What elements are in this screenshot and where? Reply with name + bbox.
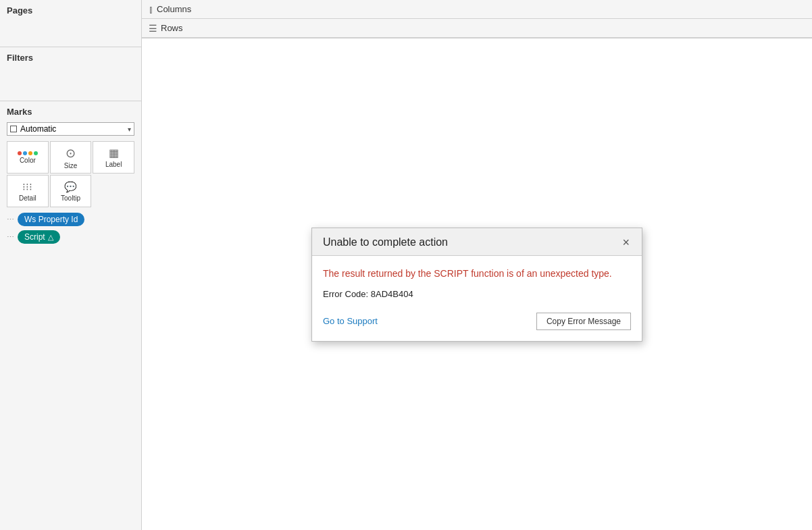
dialog-actions: Go to Support Copy Error Message — [323, 310, 631, 330]
row-dots-icon-2: ⋯ — [7, 233, 14, 242]
marks-label: Marks — [7, 107, 134, 117]
marks-row-script: ⋯ Script △ — [7, 230, 134, 244]
sidebar: Pages Filters Marks Automatic ▾ Color ⊙ — [0, 0, 142, 530]
ws-property-id-label: Ws Property Id — [24, 215, 78, 224]
marks-row-ws-property-id: ⋯ Ws Property Id — [7, 213, 134, 226]
size-button-label: Size — [64, 162, 77, 169]
dialog-title: Unable to complete action — [323, 236, 448, 248]
columns-label: Columns — [157, 4, 191, 14]
dialog-header: Unable to complete action × — [312, 228, 642, 256]
filters-section: Filters — [0, 47, 141, 101]
marks-type-label: Automatic — [20, 124, 56, 134]
script-pill[interactable]: Script △ — [18, 230, 60, 244]
marks-type-arrow-icon: ▾ — [128, 126, 131, 133]
ws-property-id-pill[interactable]: Ws Property Id — [18, 213, 84, 226]
columns-shelf-row: ⫿ Columns — [142, 0, 812, 19]
dialog-close-button[interactable]: × — [621, 236, 631, 248]
size-icon: ⊙ — [66, 146, 76, 161]
marks-grid: Color ⊙ Size ▦ Label ⁝⁝⁝ Detail 💬 Toolti… — [7, 141, 134, 207]
dot-blue — [23, 151, 27, 155]
tooltip-icon: 💬 — [64, 181, 77, 193]
columns-shelf-label: ⫿ Columns — [142, 3, 243, 16]
marks-color-button[interactable]: Color — [7, 141, 49, 174]
script-label: Script — [24, 232, 45, 242]
detail-button-label: Detail — [19, 194, 36, 202]
dialog-error-text: The result returned by the SCRIPT functi… — [323, 267, 631, 281]
row-dots-icon-1: ⋯ — [7, 215, 14, 224]
shelf-area: ⫿ Columns ☰ Rows — [142, 0, 812, 38]
rows-shelf-label: ☰ Rows — [142, 22, 243, 35]
marks-type-square-icon — [10, 126, 17, 132]
dialog-error-code: Error Code: 8AD4B404 — [323, 289, 631, 299]
label-button-label: Label — [105, 161, 122, 168]
rows-icon: ☰ — [149, 23, 157, 34]
dialog-body: The result returned by the SCRIPT functi… — [312, 256, 642, 341]
dot-green — [34, 151, 38, 155]
columns-icon: ⫿ — [149, 4, 153, 15]
pages-label: Pages — [7, 5, 134, 16]
pages-section: Pages — [0, 0, 141, 47]
color-button-label: Color — [20, 157, 36, 164]
modal-overlay: Unable to complete action × The result r… — [142, 38, 812, 530]
marks-detail-button[interactable]: ⁝⁝⁝ Detail — [7, 175, 49, 207]
main-area: ⫿ Columns ☰ Rows Unable to complete acti… — [142, 0, 812, 530]
tooltip-button-label: Tooltip — [61, 194, 80, 202]
marks-type-dropdown[interactable]: Automatic ▾ — [7, 122, 134, 136]
warning-icon: △ — [48, 233, 53, 242]
label-icon: ▦ — [109, 147, 119, 159]
detail-icon: ⁝⁝⁝ — [22, 181, 32, 193]
marks-section: Marks Automatic ▾ Color ⊙ Size ▦ — [0, 101, 141, 530]
dot-red — [18, 151, 22, 155]
canvas: Unable to complete action × The result r… — [142, 38, 812, 530]
marks-size-button[interactable]: ⊙ Size — [50, 141, 92, 174]
rows-label: Rows — [161, 23, 183, 33]
rows-shelf-row: ☰ Rows — [142, 19, 812, 38]
marks-tooltip-button[interactable]: 💬 Tooltip — [50, 175, 92, 207]
copy-error-message-button[interactable]: Copy Error Message — [536, 313, 631, 330]
dot-orange — [28, 151, 32, 155]
filters-label: Filters — [7, 53, 134, 63]
error-dialog: Unable to complete action × The result r… — [311, 228, 642, 342]
color-dots-icon — [18, 151, 38, 155]
go-to-support-link[interactable]: Go to Support — [323, 316, 378, 326]
marks-label-button[interactable]: ▦ Label — [93, 141, 134, 174]
